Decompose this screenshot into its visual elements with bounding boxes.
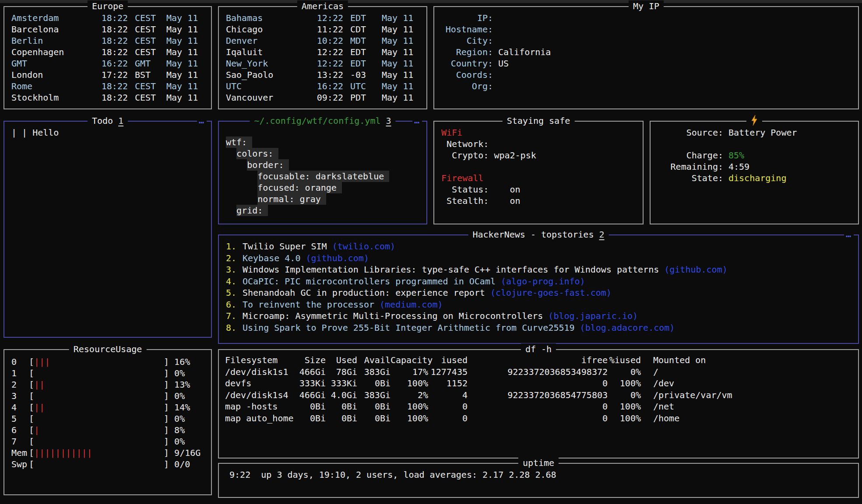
story-domain-link[interactable]: (medium.com) — [380, 299, 443, 311]
meter-open-bracket: [ — [29, 402, 34, 413]
panel-config-yml[interactable]: ~/.config/wtf/config.yml3 … wtf: colors:… — [218, 121, 427, 224]
code-indent — [226, 148, 236, 159]
story-domain-link[interactable]: (twilio.com) — [332, 241, 396, 252]
security-status-line: Stealth: on — [441, 195, 636, 206]
story-title[interactable]: Microamp: Asymmetric Multi-Processing on… — [243, 310, 543, 322]
code-indent — [226, 171, 257, 182]
time-value: 18:22 — [100, 24, 128, 35]
config-code-line: normal: gray — [226, 193, 419, 205]
panel-battery: Source: Battery Power Charge: 85% Remain… — [650, 121, 859, 224]
clock-row: UTC 16:22 UTC May 11 — [226, 80, 419, 92]
story-domain-link[interactable]: (github.com) — [664, 264, 728, 276]
df-avail: 0Bi — [357, 401, 391, 413]
story-domain-link[interactable]: (clojure-goes-fast.com) — [490, 287, 612, 299]
hackernews-story-row[interactable]: 7. Microamp: Asymmetric Multi-Processing… — [226, 310, 851, 322]
ip-info-row: Country: US — [438, 58, 855, 69]
security-status-line: Status: on — [441, 184, 636, 195]
hackernews-story-row[interactable]: 8. Using Spark to Prove 255-Bit Integer … — [226, 322, 851, 334]
meter-close-bracket: ] — [164, 436, 169, 447]
meter-label: 5 — [11, 413, 29, 424]
code-text: focusable: darkslateblue — [257, 171, 389, 182]
time-value: 12:22 — [315, 12, 343, 24]
df-data-row: map -hosts 0Bi 0Bi 0Bi 100% 0 0 100% /ne… — [225, 401, 852, 413]
df-header-used: Used — [326, 354, 357, 366]
ip-field-value: US — [498, 58, 509, 69]
hackernews-story-row[interactable]: 1. Twilio Super SIM (twilio.com) — [226, 241, 851, 252]
story-domain-link[interactable]: (algo-prog.info) — [501, 276, 585, 287]
meter-value: 0/0 — [174, 458, 190, 470]
battery-field-label: State: — [658, 172, 723, 184]
story-domain-link[interactable]: (github.com) — [306, 252, 369, 264]
resource-meter-row: 2 [ || ] 13% — [11, 379, 204, 390]
df-header-size: Size — [295, 354, 326, 366]
hackernews-story-row[interactable]: 3. Windows Implementation Libraries: typ… — [226, 264, 851, 276]
city-label: Rome — [11, 80, 100, 92]
df-avail: 383Gi — [357, 389, 391, 401]
security-status-line: WiFi — [441, 127, 636, 138]
df-mount-point: /home — [641, 413, 852, 424]
city-label: Vancouver — [226, 92, 315, 103]
code-indent — [226, 160, 247, 170]
meter-value: 0% — [174, 413, 185, 424]
code-text: colors: — [236, 148, 278, 159]
meter-value: 0% — [174, 368, 185, 379]
code-indent — [226, 182, 257, 193]
df-avail: 0Bi — [357, 413, 391, 424]
df-iused: 0 — [428, 413, 468, 424]
panel-europe-clocks: Europe Amsterdam 18:22 CEST May 11 Barce… — [4, 6, 212, 109]
panel-hackernews[interactable]: HackerNews - topstories2 … 1. Twilio Sup… — [218, 234, 859, 344]
story-domain-link[interactable]: (blog.adacore.com) — [580, 322, 675, 334]
time-value: 10:22 — [315, 35, 343, 46]
story-title[interactable]: To reinvent the processor — [243, 299, 374, 311]
city-label: London — [11, 69, 100, 80]
resource-meter-row: 3 [ ] 0% — [11, 390, 204, 402]
story-title[interactable]: OCaPIC: PIC microcontrollers programmed … — [243, 276, 496, 287]
date-label: May 11 — [166, 58, 204, 69]
city-label: Chicago — [226, 24, 315, 35]
hackernews-story-row[interactable]: 4. OCaPIC: PIC microcontrollers programm… — [226, 276, 851, 287]
df-used: 78Gi — [326, 366, 357, 378]
story-title[interactable]: Twilio Super SIM — [243, 241, 327, 252]
timezone-label: -03 — [350, 69, 376, 80]
meter-value: 0% — [174, 436, 185, 447]
time-value: 16:22 — [315, 80, 343, 92]
hackernews-story-row[interactable]: 5. Shenandoah GC in production: experien… — [226, 287, 851, 299]
df-filesystem: devfs — [225, 378, 295, 389]
df-ifree: 0 — [468, 401, 608, 413]
resource-meter-row: 7 [ ] 0% — [11, 436, 204, 447]
ip-field-label: Region: — [438, 46, 493, 58]
resource-meter-row: 5 [ ] 0% — [11, 413, 204, 424]
df-header-ifree: ifree — [468, 354, 608, 366]
config-code-line: grid: — [226, 205, 419, 216]
hackernews-story-row[interactable]: 2. Keybase 4.0 (github.com) — [226, 252, 851, 264]
meter-label: 2 — [11, 379, 29, 390]
meter-bar: ||| — [34, 356, 164, 368]
clock-row: New_York 12:22 EDT May 11 — [226, 58, 419, 69]
city-label: UTC — [226, 80, 315, 92]
security-status-line — [441, 161, 636, 172]
battery-field-label — [658, 138, 723, 150]
story-title[interactable]: Windows Implementation Libraries: type-s… — [243, 264, 659, 276]
story-title[interactable]: Using Spark to Prove 255-Bit Integer Ari… — [243, 322, 575, 334]
df-percent-iused: 100% — [608, 378, 641, 389]
config-code-line: focusable: darkslateblue — [226, 171, 419, 182]
panel-my-ip: My IP IP: Hostname: City: Region: Califo… — [433, 6, 859, 109]
hackernews-story-row[interactable]: 6. To reinvent the processor (medium.com… — [226, 299, 851, 311]
story-title[interactable]: Shenandoah GC in production: experience … — [243, 287, 485, 299]
panel-todo[interactable]: Todo1 … | | Hello — [4, 121, 212, 338]
meter-open-bracket: [ — [29, 436, 34, 447]
todo-item[interactable]: | | Hello — [11, 127, 204, 138]
ip-info-list: IP: Hostname: City: Region: California C… — [434, 7, 858, 108]
code-indent — [226, 194, 257, 204]
ip-info-row: Coords: — [438, 69, 855, 80]
df-ifree: 0 — [468, 378, 608, 389]
meter-value: 0% — [174, 390, 185, 402]
story-title[interactable]: Keybase 4.0 — [243, 252, 300, 264]
city-label: GMT — [11, 58, 100, 69]
df-header-percent-iused: %iused — [608, 354, 641, 366]
clock-row: Bahamas 12:22 EDT May 11 — [226, 12, 419, 24]
story-domain-link[interactable]: (blog.japaric.io) — [548, 310, 638, 322]
security-status-line: Crypto: wpa2-psk — [441, 150, 636, 161]
wtf-terminal-dashboard: { "glyphs": { "bar_open": "[", "bar_clos… — [0, 0, 862, 504]
city-label: Bahamas — [226, 12, 315, 24]
